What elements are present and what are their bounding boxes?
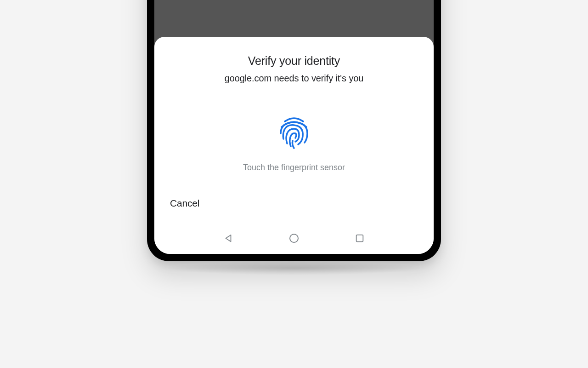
biometric-prompt-sheet: Verify your identity google.com needs to… [154,37,434,222]
fingerprint-icon [278,116,310,151]
phone-screen: Verify your identity google.com needs to… [154,0,434,254]
device-shadow [165,261,423,275]
android-navigation-bar [154,222,434,254]
svg-rect-1 [356,235,363,242]
dialog-subtitle: google.com needs to verify it's you [154,73,434,84]
fingerprint-instruction: Touch the fingerprint sensor [243,163,345,172]
fingerprint-section: Touch the fingerprint sensor [154,116,434,172]
nav-home-button[interactable] [288,233,300,244]
nav-recent-button[interactable] [354,233,365,244]
nav-back-button[interactable] [223,233,234,244]
svg-point-0 [290,234,298,242]
dialog-actions: Cancel [154,198,434,222]
dialog-title: Verify your identity [154,54,434,68]
cancel-button[interactable]: Cancel [170,198,199,209]
phone-device-frame: Verify your identity google.com needs to… [147,0,441,261]
